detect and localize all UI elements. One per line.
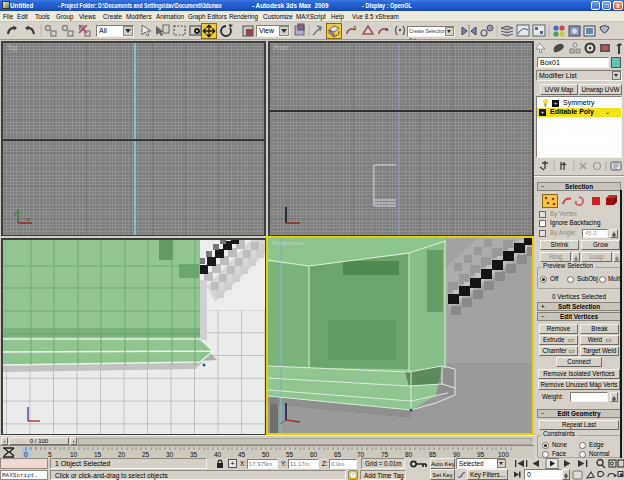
svg-text:60: 60	[310, 451, 318, 458]
svg-text:3: 3	[353, 25, 357, 31]
svg-text:95: 95	[477, 451, 485, 458]
svg-text:30: 30	[166, 451, 174, 458]
svg-text:55: 55	[286, 451, 294, 458]
svg-text:70: 70	[357, 451, 365, 458]
svg-text:20: 20	[118, 451, 126, 458]
svg-text:45: 45	[238, 451, 246, 458]
svg-text:35: 35	[190, 451, 198, 458]
svg-text:90: 90	[453, 451, 461, 458]
svg-text:75: 75	[381, 451, 389, 458]
svg-text:80: 80	[405, 451, 413, 458]
svg-text:50: 50	[262, 451, 270, 458]
svg-text:40: 40	[214, 451, 222, 458]
svg-text:10: 10	[70, 451, 78, 458]
svg-text:a: a	[385, 26, 389, 32]
svg-text:y: y	[14, 210, 17, 216]
svg-text:5: 5	[48, 451, 52, 458]
svg-text:0: 0	[24, 451, 28, 458]
svg-text:100: 100	[498, 451, 509, 458]
svg-text:15: 15	[94, 451, 102, 458]
svg-text:85: 85	[429, 451, 437, 458]
svg-text:65: 65	[334, 451, 342, 458]
svg-text:25: 25	[142, 451, 150, 458]
svg-text:x: x	[27, 216, 30, 222]
